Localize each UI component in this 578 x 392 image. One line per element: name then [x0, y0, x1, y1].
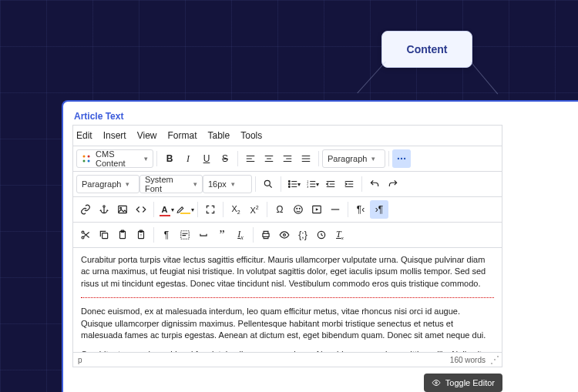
- svg-point-0: [83, 155, 86, 157]
- hr-button[interactable]: [326, 200, 344, 219]
- undo-button[interactable]: [365, 175, 384, 193]
- menu-edit[interactable]: Edit: [76, 130, 92, 141]
- editor-statusbar: p 160 words ⋰: [72, 353, 502, 367]
- menu-format[interactable]: Format: [168, 130, 197, 141]
- number-list-button[interactable]: 123▾: [303, 175, 321, 193]
- highlight-color-button[interactable]: ▾: [176, 200, 194, 219]
- copy-button[interactable]: [95, 226, 113, 244]
- show-blocks-button[interactable]: [176, 226, 194, 244]
- omega-icon: Ω: [277, 204, 284, 215]
- element-path[interactable]: p: [78, 356, 82, 364]
- word-count[interactable]: 160 words: [450, 356, 486, 364]
- rtl-button[interactable]: ›¶: [370, 200, 388, 219]
- underline-button[interactable]: U: [197, 149, 216, 168]
- scissors-icon: [80, 230, 91, 240]
- align-center-button[interactable]: [260, 149, 278, 168]
- chevron-down-icon: ▾: [144, 155, 148, 162]
- codesample-button[interactable]: {;}: [294, 226, 312, 244]
- clock-icon: [316, 230, 327, 240]
- emoji-button[interactable]: [289, 200, 307, 219]
- svg-point-31: [284, 234, 286, 236]
- pilcrow-right-icon: ›¶: [375, 204, 383, 215]
- eye-icon: [279, 230, 290, 240]
- align-right-button[interactable]: [278, 149, 297, 168]
- svg-point-14: [103, 206, 105, 207]
- align-left-button[interactable]: [241, 149, 260, 168]
- clear-format-button[interactable]: Ix: [231, 226, 250, 244]
- cms-content-dropdown[interactable]: CMS Content ▾: [76, 149, 153, 168]
- indent-button[interactable]: [340, 175, 358, 193]
- svg-point-7: [264, 180, 270, 186]
- menu-table[interactable]: Table: [208, 130, 230, 141]
- font-family-dropdown[interactable]: System Font ▾: [139, 175, 203, 193]
- svg-point-5: [401, 158, 402, 159]
- special-char-button[interactable]: Ω: [271, 200, 289, 219]
- field-label: Article Text: [74, 111, 578, 122]
- toolbar-row-4: T ¶ ” Ix {;} Tx: [72, 222, 502, 248]
- copy-icon: [99, 230, 109, 240]
- svg-point-33: [435, 382, 438, 384]
- clear-format-icon: Ix: [237, 229, 244, 241]
- chevron-down-icon: ▾: [371, 155, 375, 162]
- text-color-button[interactable]: A▾: [157, 200, 176, 219]
- svg-point-17: [294, 206, 303, 214]
- fullscreen-button[interactable]: [201, 200, 220, 219]
- source-code-button[interactable]: [132, 200, 150, 219]
- more-toolbar-button[interactable]: [392, 149, 411, 168]
- callout-label: Content: [407, 43, 448, 55]
- svg-rect-30: [263, 233, 269, 236]
- blockquote-button[interactable]: ”: [213, 226, 231, 244]
- toggle-editor-button[interactable]: Toggle Editor: [424, 374, 502, 392]
- cut-button[interactable]: [76, 226, 95, 244]
- read-more-divider: [81, 297, 494, 298]
- menu-tools[interactable]: Tools: [240, 130, 262, 141]
- nbsp-button[interactable]: [194, 226, 213, 244]
- pilcrow-icon: ¶: [164, 230, 169, 240]
- ltr-button[interactable]: ¶‹: [351, 200, 370, 219]
- clipboard-icon: [117, 230, 128, 240]
- superscript-button[interactable]: X2: [245, 200, 264, 219]
- align-justify-button[interactable]: [297, 149, 315, 168]
- toggle-editor-label: Toggle Editor: [445, 378, 495, 387]
- block-format-dropdown[interactable]: Paragraph ▾: [322, 149, 385, 168]
- subscript-button[interactable]: X2: [227, 200, 245, 219]
- svg-point-3: [88, 160, 90, 162]
- preview-button[interactable]: [275, 226, 294, 244]
- svg-point-10: [288, 186, 290, 188]
- svg-point-4: [398, 158, 399, 159]
- space-icon: [198, 230, 209, 240]
- find-replace-button[interactable]: [259, 175, 277, 193]
- menu-view[interactable]: View: [137, 130, 157, 141]
- print-button[interactable]: [257, 226, 275, 244]
- svg-point-19: [299, 208, 300, 209]
- editor-content[interactable]: Curabitur porta turpis vitae lectus sagi…: [72, 248, 502, 353]
- menu-insert[interactable]: Insert: [103, 130, 126, 141]
- remove-format-button[interactable]: Tx: [331, 226, 349, 244]
- redo-button[interactable]: [384, 175, 402, 193]
- svg-text:3: 3: [307, 186, 308, 189]
- remove-format-icon: Tx: [336, 229, 344, 241]
- resize-handle[interactable]: ⋰: [490, 354, 497, 365]
- show-invisibles-button[interactable]: ¶: [157, 226, 176, 244]
- blocks-icon: [180, 230, 190, 240]
- font-size-dropdown[interactable]: 16px ▾: [203, 175, 252, 193]
- anchor-icon: [99, 204, 109, 215]
- paragraph-style-dropdown[interactable]: Paragraph ▾: [76, 175, 139, 193]
- image-button[interactable]: [113, 200, 132, 219]
- bold-button[interactable]: B: [160, 149, 179, 168]
- outdent-button[interactable]: [321, 175, 340, 193]
- cms-content-label: CMS Content: [96, 149, 139, 168]
- datetime-button[interactable]: [312, 226, 331, 244]
- callout-tab: Content: [381, 31, 472, 68]
- anchor-button[interactable]: [95, 200, 113, 219]
- paste-button[interactable]: [113, 226, 132, 244]
- link-button[interactable]: [76, 200, 95, 219]
- paste-text-button[interactable]: T: [132, 226, 150, 244]
- svg-point-9: [288, 183, 290, 185]
- strike-button[interactable]: S: [216, 149, 234, 168]
- svg-rect-15: [119, 206, 127, 213]
- italic-button[interactable]: I: [179, 149, 197, 168]
- bullet-list-button[interactable]: ▾: [284, 175, 303, 193]
- media-button[interactable]: [307, 200, 326, 219]
- chevron-down-icon: ▾: [126, 180, 129, 188]
